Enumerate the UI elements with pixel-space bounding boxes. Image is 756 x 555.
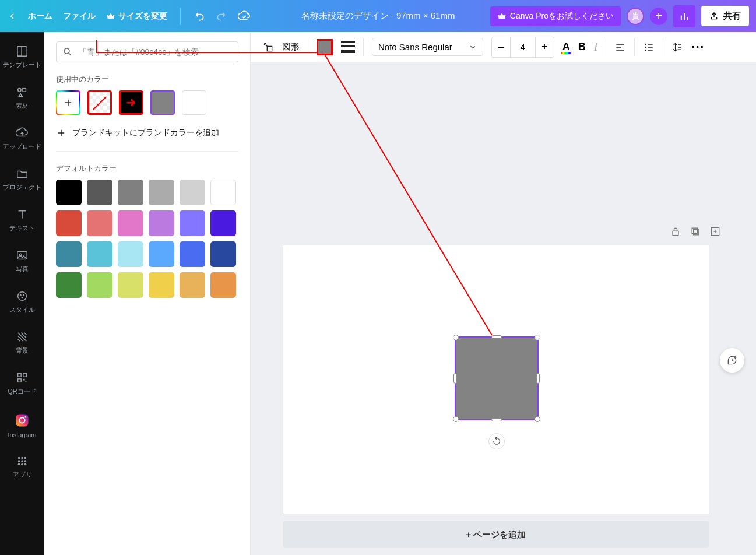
plus-icon: [56, 128, 66, 138]
resize-handle[interactable]: [535, 416, 540, 422]
duplicate-icon[interactable]: [690, 226, 701, 237]
italic-button[interactable]: I: [594, 40, 598, 54]
comment-fab[interactable]: [720, 348, 744, 373]
color-search[interactable]: [56, 41, 238, 62]
svg-point-30: [645, 43, 646, 45]
transparent-swatch[interactable]: [87, 90, 112, 115]
color-swatch[interactable]: [180, 272, 205, 298]
rotate-handle[interactable]: [488, 433, 505, 449]
color-swatch[interactable]: [118, 180, 143, 205]
color-swatch[interactable]: [180, 180, 205, 205]
edit-shape-icon[interactable]: [262, 41, 274, 53]
white-swatch[interactable]: [182, 90, 206, 115]
lock-icon[interactable]: [670, 226, 681, 237]
more-button[interactable]: ···: [691, 40, 705, 54]
color-swatch[interactable]: [118, 272, 143, 298]
color-swatch[interactable]: [149, 272, 174, 298]
rectangle-shape[interactable]: [456, 338, 537, 419]
align-icon[interactable]: [614, 41, 626, 53]
increase-button[interactable]: +: [535, 37, 554, 57]
sidebar-item-text[interactable]: テキスト: [0, 200, 44, 241]
resize-handle[interactable]: [453, 416, 459, 422]
spacing-icon[interactable]: [671, 41, 683, 53]
sidebar-item-templates[interactable]: テンプレート: [0, 37, 44, 78]
resize-button[interactable]: サイズを変更: [106, 11, 167, 22]
sidebar-item-instagram[interactable]: Instagram: [0, 404, 44, 447]
resize-handle[interactable]: [536, 373, 540, 384]
gray-swatch-selected[interactable]: [150, 90, 175, 115]
home-link[interactable]: ホーム: [28, 11, 52, 22]
svg-rect-29: [267, 46, 272, 51]
insights-button[interactable]: [673, 5, 695, 27]
resize-handle[interactable]: [491, 335, 502, 339]
color-swatch[interactable]: [56, 272, 82, 298]
font-size-stepper[interactable]: – +: [491, 37, 554, 58]
add-brand-color[interactable]: ブランドキットにブランドカラーを追加: [56, 128, 238, 138]
sidebar-item-qrcode[interactable]: QRコード: [0, 363, 44, 404]
left-nav: テンプレート 素材 アップロード プロジェクト テキスト 写真 スタイル 背景 …: [0, 32, 44, 555]
sidebar-item-uploads[interactable]: アップロード: [0, 118, 44, 159]
sidebar-item-photos[interactable]: 写真: [0, 241, 44, 282]
border-weight-button[interactable]: [341, 41, 355, 53]
font-size-input[interactable]: [511, 37, 535, 57]
add-page-icon[interactable]: [709, 226, 721, 237]
color-swatch[interactable]: [118, 241, 143, 267]
color-swatch[interactable]: [210, 180, 236, 205]
user-avatar[interactable]: 貴: [627, 8, 644, 25]
color-swatch[interactable]: [56, 180, 82, 205]
list-icon[interactable]: [643, 41, 655, 53]
try-pro-button[interactable]: Canva Proをお試しください: [490, 6, 621, 26]
decrease-button[interactable]: –: [492, 37, 511, 57]
svg-point-20: [24, 457, 27, 459]
redo-icon[interactable]: [216, 10, 227, 22]
color-swatch[interactable]: [210, 241, 236, 267]
resize-handle[interactable]: [453, 373, 457, 384]
svg-point-28: [264, 43, 266, 45]
bold-button[interactable]: B: [578, 41, 586, 53]
color-swatch[interactable]: [87, 241, 112, 267]
search-input[interactable]: [79, 47, 232, 57]
selected-shape[interactable]: [456, 338, 537, 419]
document-title[interactable]: 名称未設定のデザイン - 97mm × 61mm: [301, 10, 455, 22]
add-member-button[interactable]: +: [650, 8, 667, 25]
color-swatch[interactable]: [149, 210, 174, 236]
color-swatch[interactable]: [56, 241, 82, 267]
chevron-down-icon: [469, 43, 477, 51]
black-swatch[interactable]: [119, 90, 143, 115]
resize-handle[interactable]: [535, 335, 540, 340]
color-swatch[interactable]: [118, 210, 143, 236]
color-swatch[interactable]: [56, 210, 82, 236]
svg-point-17: [24, 416, 26, 418]
share-button[interactable]: 共有: [701, 6, 749, 26]
file-menu[interactable]: ファイル: [63, 11, 96, 22]
sidebar-item-projects[interactable]: プロジェクト: [0, 159, 44, 200]
resize-handle[interactable]: [453, 335, 459, 340]
add-color-swatch[interactable]: [56, 90, 80, 115]
back-icon[interactable]: [7, 11, 17, 22]
color-swatch[interactable]: [149, 180, 174, 205]
text-color-button[interactable]: A: [562, 41, 570, 53]
resize-handle[interactable]: [491, 418, 502, 421]
undo-icon[interactable]: [194, 10, 205, 22]
shape-label[interactable]: 図形: [282, 41, 300, 52]
color-swatch[interactable]: [87, 272, 112, 298]
svg-rect-15: [16, 415, 29, 427]
color-swatch[interactable]: [210, 210, 236, 236]
add-page-button[interactable]: + ページを追加: [283, 521, 709, 548]
color-swatch[interactable]: [149, 241, 174, 267]
sidebar-item-background[interactable]: 背景: [0, 322, 44, 363]
sidebar-item-styles[interactable]: スタイル: [0, 282, 44, 322]
color-swatch[interactable]: [180, 210, 205, 236]
font-select[interactable]: Noto Sans Regular: [372, 38, 483, 56]
color-swatch[interactable]: [87, 180, 112, 205]
svg-point-9: [22, 297, 23, 298]
fill-color-button[interactable]: [317, 39, 333, 55]
sidebar-item-elements[interactable]: 素材: [0, 78, 44, 118]
svg-point-2: [18, 89, 22, 92]
color-swatch[interactable]: [180, 241, 205, 267]
sidebar-item-apps[interactable]: アプリ: [0, 447, 44, 487]
color-swatch[interactable]: [210, 272, 236, 298]
cloud-sync-icon[interactable]: [238, 10, 251, 23]
search-icon: [62, 47, 73, 57]
color-swatch[interactable]: [87, 210, 112, 236]
